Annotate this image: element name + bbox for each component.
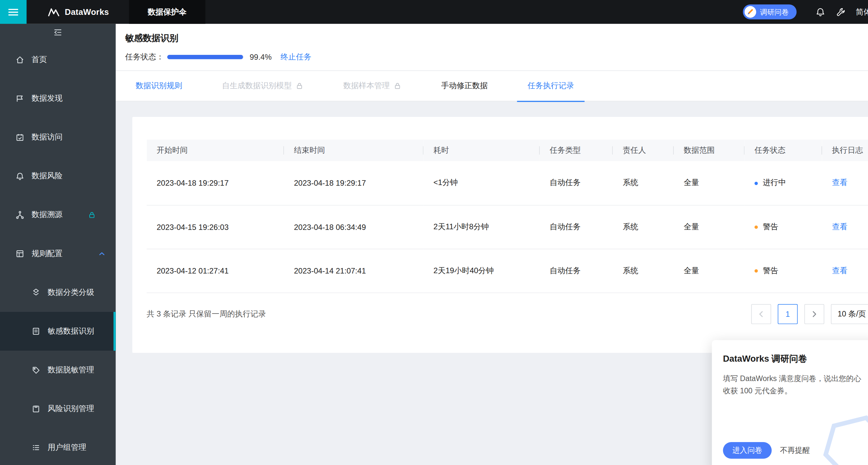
table-footer: 共 3 条记录 只保留一周的执行记录 1 10 条/页 bbox=[147, 304, 868, 324]
module-title: 数据保护伞 bbox=[129, 0, 206, 24]
cell-log: 查看 bbox=[822, 161, 868, 205]
sidebar-item-data-risk[interactable]: 数据风险 bbox=[0, 157, 116, 196]
terminate-task-link[interactable]: 终止任务 bbox=[280, 52, 311, 62]
sidebar-collapse-button[interactable] bbox=[0, 24, 116, 40]
sidebar-item-home[interactable]: 首页 bbox=[0, 40, 116, 79]
tab-label: 数据识别规则 bbox=[135, 81, 182, 91]
notification-bell-icon[interactable] bbox=[815, 6, 826, 18]
survey-icon bbox=[744, 6, 756, 18]
brand-logo[interactable]: DataWorks bbox=[48, 7, 109, 17]
cell-duration: 2天19小时40分钟 bbox=[423, 249, 539, 293]
page-title: 敏感数据识别 bbox=[125, 33, 859, 44]
pagination-prev-button[interactable] bbox=[751, 304, 771, 324]
cell-owner: 系统 bbox=[613, 249, 674, 293]
sidebar-item-data-lineage[interactable]: 数据溯源 bbox=[0, 196, 116, 234]
lock-icon bbox=[296, 82, 303, 90]
sidebar-item-label: 数据发现 bbox=[32, 94, 63, 104]
sidebar-nav: 首页 数据发现 数据访问 数据风险 bbox=[0, 40, 116, 465]
user-group-icon bbox=[32, 443, 40, 452]
data-lineage-icon bbox=[16, 210, 24, 219]
cell-status: 警告 bbox=[744, 205, 822, 249]
language-selector[interactable]: 简体中文 bbox=[856, 7, 868, 17]
cell-owner: 系统 bbox=[613, 205, 674, 249]
data-classification-icon bbox=[32, 288, 40, 297]
sidebar-item-label: 数据分类分级 bbox=[48, 287, 94, 297]
progress-percent: 99.4% bbox=[250, 53, 272, 61]
sidebar-item-label: 规则配置 bbox=[32, 249, 63, 259]
sidebar-item-label: 数据访问 bbox=[32, 133, 63, 142]
app: DataWorks 数据保护伞 调研问卷 bbox=[0, 0, 868, 465]
topbar-right: 调研问卷 简体中文 bbox=[743, 0, 868, 24]
sidebar-item-data-classification[interactable]: 数据分类分级 bbox=[0, 273, 116, 312]
cell-start-time: 2023-04-15 19:26:03 bbox=[147, 205, 284, 249]
page-size-select[interactable]: 10 条/页 bbox=[831, 304, 868, 324]
tab-manual-correction[interactable]: 手动修正数据 bbox=[431, 70, 498, 101]
cell-log: 查看 bbox=[822, 249, 868, 293]
data-access-icon bbox=[16, 133, 24, 142]
table-header-row: 开始时间 结束时间 耗时 任务类型 责任人 数据范围 任务状态 执行日志 bbox=[147, 140, 868, 161]
cell-owner: 系统 bbox=[613, 161, 674, 205]
cell-end-time: 2023-04-18 06:34:49 bbox=[284, 205, 423, 249]
table-row: 2023-04-12 01:27:412023-04-14 21:07:412天… bbox=[147, 249, 868, 293]
records-card: 开始时间 结束时间 耗时 任务类型 责任人 数据范围 任务状态 执行日志 202… bbox=[132, 117, 868, 353]
pagination-page-1[interactable]: 1 bbox=[778, 304, 798, 324]
tab-recognition-rules[interactable]: 数据识别规则 bbox=[125, 70, 193, 101]
tab-label: 数据样本管理 bbox=[343, 81, 390, 91]
cell-duration: 2天11小时8分钟 bbox=[423, 205, 539, 249]
sidebar-item-data-masking[interactable]: 数据脱敏管理 bbox=[0, 351, 116, 389]
hamburger-icon bbox=[8, 8, 19, 16]
tab-execution-records[interactable]: 任务执行记录 bbox=[517, 70, 584, 101]
data-masking-icon bbox=[32, 366, 40, 374]
lock-icon bbox=[88, 211, 96, 219]
chevron-left-icon bbox=[758, 311, 764, 317]
table-body: 2023-04-18 19:29:172023-04-18 19:29:17<1… bbox=[147, 161, 868, 293]
tab-auto-model[interactable]: 自生成数据识别模型 bbox=[211, 70, 314, 101]
sensitive-data-icon bbox=[32, 327, 40, 336]
settings-wrench-icon[interactable] bbox=[835, 6, 846, 18]
cell-status: 进行中 bbox=[744, 161, 822, 205]
status-text: 警告 bbox=[763, 266, 778, 274]
sidebar-item-data-discovery[interactable]: 数据发现 bbox=[0, 79, 116, 118]
chevron-right-icon bbox=[811, 311, 817, 317]
survey-body-line2: 收获 100 元代金券。 bbox=[723, 385, 868, 398]
task-status-label: 任务状态： bbox=[125, 52, 164, 62]
cell-task-type: 自动任务 bbox=[540, 161, 613, 205]
home-icon bbox=[16, 56, 24, 64]
view-log-link[interactable]: 查看 bbox=[832, 266, 847, 274]
cell-end-time: 2023-04-14 21:07:41 bbox=[284, 249, 423, 293]
cell-start-time: 2023-04-12 01:27:41 bbox=[147, 249, 284, 293]
risk-identification-icon bbox=[32, 404, 40, 413]
view-log-link[interactable]: 查看 bbox=[832, 222, 847, 231]
col-status: 任务状态 bbox=[744, 140, 822, 161]
sidebar-item-user-group[interactable]: 用户组管理 bbox=[0, 428, 116, 465]
progress-fill bbox=[167, 55, 243, 59]
cell-scope: 全量 bbox=[674, 249, 745, 293]
cell-scope: 全量 bbox=[674, 161, 745, 205]
sidebar-item-rule-config[interactable]: 规则配置 bbox=[0, 234, 116, 273]
status-dot bbox=[754, 181, 757, 185]
progress-bar bbox=[167, 55, 244, 59]
chevron-up-icon bbox=[98, 250, 105, 257]
status-dot bbox=[754, 269, 757, 272]
sidebar-item-label: 数据溯源 bbox=[32, 210, 63, 220]
col-end-time: 结束时间 bbox=[284, 140, 423, 161]
sidebar-item-risk-identification[interactable]: 风险识别管理 bbox=[0, 389, 116, 428]
table-row: 2023-04-18 19:29:172023-04-18 19:29:17<1… bbox=[147, 161, 868, 205]
tab-label: 任务执行记录 bbox=[528, 81, 574, 91]
cell-start-time: 2023-04-18 19:29:17 bbox=[147, 161, 284, 205]
tab-label: 自生成数据识别模型 bbox=[222, 81, 292, 91]
brand-name: DataWorks bbox=[65, 7, 109, 17]
sidebar-item-label: 数据脱敏管理 bbox=[48, 365, 94, 375]
tab-data-samples[interactable]: 数据样本管理 bbox=[333, 70, 412, 101]
enter-survey-button[interactable]: 进入问卷 bbox=[723, 442, 772, 459]
dismiss-survey-button[interactable]: 不再提醒 bbox=[780, 445, 810, 455]
sidebar-item-data-access[interactable]: 数据访问 bbox=[0, 118, 116, 156]
hamburger-menu-button[interactable] bbox=[0, 0, 27, 24]
sidebar-item-sensitive-data[interactable]: 敏感数据识别 bbox=[0, 312, 116, 351]
col-start-time: 开始时间 bbox=[147, 140, 284, 161]
view-log-link[interactable]: 查看 bbox=[832, 178, 847, 187]
pagination-next-button[interactable] bbox=[804, 304, 825, 324]
survey-button[interactable]: 调研问卷 bbox=[743, 4, 796, 19]
status-text: 进行中 bbox=[763, 178, 786, 187]
dataworks-logo-icon bbox=[48, 7, 60, 17]
